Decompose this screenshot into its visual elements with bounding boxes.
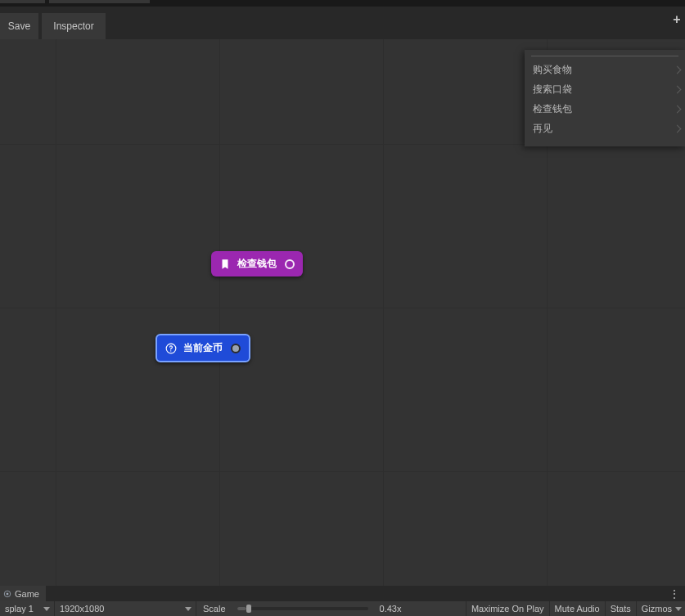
node-label: 当前金币	[183, 341, 223, 355]
grid-line	[383, 39, 384, 586]
svg-point-1	[170, 350, 171, 351]
scale-label: Scale	[196, 604, 232, 614]
search-result-item[interactable]: 购买食物	[525, 60, 685, 79]
node-output-port[interactable]	[231, 344, 241, 353]
display-label: splay 1	[5, 604, 34, 614]
scale-value: 0.43x	[373, 604, 408, 614]
grid-line	[219, 39, 220, 586]
svg-rect-3	[7, 592, 9, 595]
chevron-right-icon	[674, 85, 682, 93]
game-tab-label: Game	[15, 589, 39, 599]
node-output-port[interactable]	[285, 259, 295, 269]
bookmark-icon	[219, 259, 231, 270]
grid-line	[56, 39, 56, 586]
search-result-label: 检查钱包	[533, 102, 572, 116]
mute-audio-toggle[interactable]: Mute Audio	[549, 601, 605, 616]
game-tab-row: Game ⋮	[0, 586, 685, 601]
gizmos-dropdown[interactable]: Gizmos	[636, 601, 685, 616]
grid-line	[0, 308, 685, 308]
search-result-label: 再见	[533, 122, 552, 136]
chevron-right-icon	[674, 65, 682, 74]
search-input-underline[interactable]	[531, 55, 678, 56]
search-result-label: 搜索口袋	[533, 83, 572, 97]
toolbar: Save Inspector +	[0, 7, 685, 39]
stats-toggle[interactable]: Stats	[605, 601, 636, 616]
search-result-label: 购买食物	[533, 63, 572, 77]
maximize-on-play-toggle[interactable]: Maximize On Play	[466, 601, 549, 616]
add-tab-button[interactable]: +	[669, 11, 685, 28]
search-result-item[interactable]: 再见	[525, 119, 685, 138]
resolution-label: 1920x1080	[60, 604, 104, 614]
chevron-right-icon	[674, 105, 682, 113]
question-icon	[165, 343, 177, 354]
save-tab[interactable]: Save	[0, 13, 38, 39]
dialogue-node-current-gold[interactable]: 当前金币	[155, 334, 250, 362]
search-result-item[interactable]: 检查钱包	[525, 99, 685, 119]
inspector-tab[interactable]: Inspector	[42, 13, 106, 39]
grid-line	[0, 471, 685, 472]
window-top-strip	[0, 0, 685, 7]
node-search-panel[interactable]: 购买食物 搜索口袋 检查钱包 再见	[525, 50, 685, 146]
top-strip-segment	[0, 0, 45, 3]
slider-track	[237, 607, 246, 610]
game-icon	[3, 590, 11, 598]
kebab-menu-button[interactable]: ⋮	[669, 586, 680, 601]
chevron-right-icon	[674, 124, 682, 133]
scale-slider[interactable]	[237, 607, 368, 610]
top-strip-segment	[49, 0, 150, 3]
node-label: 检查钱包	[237, 257, 277, 271]
game-tab[interactable]: Game	[0, 586, 46, 601]
game-view-toolbar: splay 1 1920x1080 Scale 0.43x Maximize O…	[0, 601, 685, 616]
search-result-item[interactable]: 搜索口袋	[525, 79, 685, 99]
slider-thumb[interactable]	[246, 605, 251, 613]
resolution-dropdown[interactable]: 1920x1080	[55, 601, 196, 616]
dialogue-node-check-wallet[interactable]: 检查钱包	[211, 251, 303, 277]
display-dropdown[interactable]: splay 1	[0, 601, 55, 616]
